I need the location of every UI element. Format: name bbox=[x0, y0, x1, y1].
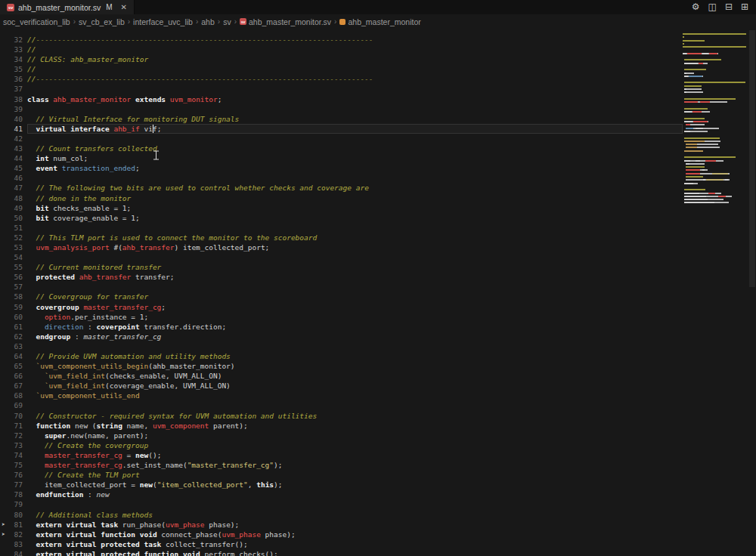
line-number[interactable]: 35 bbox=[0, 64, 26, 74]
tab-ahb-master-monitor[interactable]: sv ahb_master_monitor.sv M ✕ bbox=[0, 0, 135, 14]
line-number[interactable]: 55 bbox=[0, 262, 26, 272]
code-line[interactable]: 40 // Virtual Interface for monitoring D… bbox=[0, 114, 683, 124]
line-number[interactable]: 57 bbox=[0, 282, 26, 292]
line-number[interactable]: 44 bbox=[0, 153, 26, 163]
code-line[interactable]: 61 direction : coverpoint transfer.direc… bbox=[0, 322, 683, 332]
code-line[interactable]: 36//------------------------------------… bbox=[0, 74, 683, 84]
code-line[interactable]: 71 function new (string name, uvm_compon… bbox=[0, 421, 683, 431]
code-line[interactable]: 35// bbox=[0, 64, 683, 74]
code-line[interactable]: 48 // done in the monitor bbox=[0, 193, 683, 203]
code-line[interactable]: 76 // Create the TLM port bbox=[0, 470, 683, 480]
scrollbar-thumb[interactable] bbox=[749, 30, 755, 287]
code-line[interactable]: 42 bbox=[0, 134, 683, 144]
line-number[interactable]: 40 bbox=[0, 114, 26, 124]
code-line[interactable]: 69 bbox=[0, 400, 683, 410]
line-number[interactable]: 61 bbox=[0, 322, 26, 332]
line-number[interactable]: 76 bbox=[0, 470, 26, 480]
breadcrumb-item-sv_cb_ex_lib[interactable]: sv_cb_ex_lib bbox=[79, 17, 125, 26]
code-line[interactable]: 59 covergroup master_transfer_cg; bbox=[0, 302, 683, 312]
line-number[interactable]: 79 bbox=[0, 499, 26, 509]
line-number[interactable]: 41 bbox=[0, 124, 26, 134]
line-number[interactable]: 64 bbox=[0, 351, 26, 361]
code-line[interactable]: 84 extern virtual protected function voi… bbox=[0, 549, 683, 556]
code-line[interactable]: 37 bbox=[0, 84, 683, 94]
line-number[interactable]: 78 bbox=[0, 490, 26, 499]
breadcrumb-item-ahb[interactable]: ahb bbox=[201, 17, 215, 26]
customize-layout-icon[interactable]: ⊞ bbox=[741, 0, 748, 14]
code-line[interactable]: 55 // Current monitored transfer bbox=[0, 262, 683, 272]
code-line[interactable]: 52 // This TLM port is used to connect t… bbox=[0, 233, 683, 242]
code-line[interactable]: 77 item_collected_port = new("item_colle… bbox=[0, 480, 683, 490]
breadcrumb-item-soc_verification_lib[interactable]: soc_verification_lib bbox=[3, 17, 70, 26]
code-line[interactable]: 60 option.per_instance = 1; bbox=[0, 312, 683, 322]
line-number[interactable]: 58 bbox=[0, 292, 26, 301]
breadcrumb-item-ahb_master_monitor[interactable]: ahb_master_monitor bbox=[339, 17, 420, 26]
line-number[interactable]: 71 bbox=[0, 421, 26, 431]
code-line[interactable]: 58 // Covergroup for transfer bbox=[0, 292, 683, 301]
line-number[interactable]: 42 bbox=[0, 134, 26, 144]
breadcrumb-item-interface_uvc_lib[interactable]: interface_uvc_lib bbox=[133, 17, 193, 26]
line-number[interactable]: 34 bbox=[0, 54, 26, 64]
line-number[interactable]: 50 bbox=[0, 213, 26, 223]
code-line[interactable]: 67 `uvm_field_int(coverage_enable, UVM_A… bbox=[0, 381, 683, 391]
line-number[interactable]: 80 bbox=[0, 510, 26, 520]
code-line[interactable]: 78 endfunction : new bbox=[0, 490, 683, 499]
code-line[interactable]: 33// bbox=[0, 45, 683, 54]
code-line[interactable]: 34// CLASS: ahb_master_monitor bbox=[0, 54, 683, 64]
gutter-arrow-icon[interactable]: ➤ bbox=[2, 520, 5, 529]
code-line[interactable]: 46 bbox=[0, 173, 683, 183]
line-number[interactable]: 81➤ bbox=[0, 520, 26, 530]
code-line[interactable]: 47 // The following two bits are used to… bbox=[0, 183, 683, 193]
tab-close-icon[interactable]: ✕ bbox=[120, 3, 126, 11]
code-line[interactable]: 63 bbox=[0, 341, 683, 351]
line-number[interactable]: 73 bbox=[0, 440, 26, 450]
code-line[interactable]: 75 master_transfer_cg.set_inst_name("mas… bbox=[0, 460, 683, 470]
line-number[interactable]: 47 bbox=[0, 183, 26, 193]
line-number[interactable]: 49 bbox=[0, 203, 26, 213]
line-number[interactable]: 72 bbox=[0, 431, 26, 440]
line-number[interactable]: 56 bbox=[0, 272, 26, 282]
line-number[interactable]: 68 bbox=[0, 391, 26, 400]
code-line[interactable]: 43 // Count transfers collected bbox=[0, 144, 683, 153]
line-number[interactable]: 38 bbox=[0, 94, 26, 104]
line-number[interactable]: 83 bbox=[0, 539, 26, 549]
code-line[interactable]: 73 // Create the covergroup bbox=[0, 440, 683, 450]
code-line[interactable]: 72 super.new(name, parent); bbox=[0, 431, 683, 440]
code-line[interactable]: 45 event transaction_ended; bbox=[0, 163, 683, 173]
minimap[interactable] bbox=[683, 29, 748, 556]
line-number[interactable]: 53 bbox=[0, 242, 26, 252]
code-line[interactable]: 83 extern virtual protected task collect… bbox=[0, 539, 683, 549]
gutter-arrow-icon[interactable]: ➤ bbox=[2, 530, 5, 539]
split-editor-icon[interactable]: ◫ bbox=[708, 0, 717, 14]
code-line[interactable]: 53 uvm_analysis_port #(ahb_transfer) ite… bbox=[0, 242, 683, 252]
line-number[interactable]: 66 bbox=[0, 371, 26, 381]
line-number[interactable]: 62 bbox=[0, 332, 26, 341]
code-line[interactable]: 38class ahb_master_monitor extends uvm_m… bbox=[0, 94, 683, 104]
line-number[interactable]: 75 bbox=[0, 460, 26, 470]
line-number[interactable]: 77 bbox=[0, 480, 26, 490]
line-number[interactable]: 46 bbox=[0, 173, 26, 183]
code-line[interactable]: 56 protected ahb_transfer transfer; bbox=[0, 272, 683, 282]
code-line[interactable]: 65 `uvm_component_utils_begin(ahb_master… bbox=[0, 361, 683, 371]
line-number[interactable]: 69 bbox=[0, 400, 26, 410]
line-number[interactable]: 43 bbox=[0, 144, 26, 153]
code-line[interactable]: 68 `uvm_component_utils_end bbox=[0, 391, 683, 400]
line-number[interactable]: 51 bbox=[0, 223, 26, 233]
vertical-scrollbar[interactable] bbox=[748, 29, 756, 556]
line-number[interactable]: 54 bbox=[0, 252, 26, 262]
toggle-panel-icon[interactable]: ⊟ bbox=[725, 0, 733, 14]
code-line[interactable]: 39 bbox=[0, 104, 683, 114]
line-number[interactable]: 63 bbox=[0, 341, 26, 351]
code-line[interactable]: 44 int num_col; bbox=[0, 153, 683, 163]
code-line[interactable]: 51 bbox=[0, 223, 683, 233]
breadcrumb-item-sv[interactable]: sv bbox=[223, 17, 231, 26]
code-line[interactable]: 66 `uvm_field_int(checks_enable, UVM_ALL… bbox=[0, 371, 683, 381]
code-line[interactable]: 32//------------------------------------… bbox=[0, 35, 683, 45]
line-number[interactable]: 33 bbox=[0, 45, 26, 54]
code-line[interactable]: 49 bit checks_enable = 1; bbox=[0, 203, 683, 213]
line-number[interactable]: 84 bbox=[0, 549, 26, 556]
line-number[interactable]: 32 bbox=[0, 35, 26, 45]
line-number[interactable]: 36 bbox=[0, 74, 26, 84]
line-number[interactable]: 45 bbox=[0, 163, 26, 173]
line-number[interactable]: 39 bbox=[0, 104, 26, 114]
